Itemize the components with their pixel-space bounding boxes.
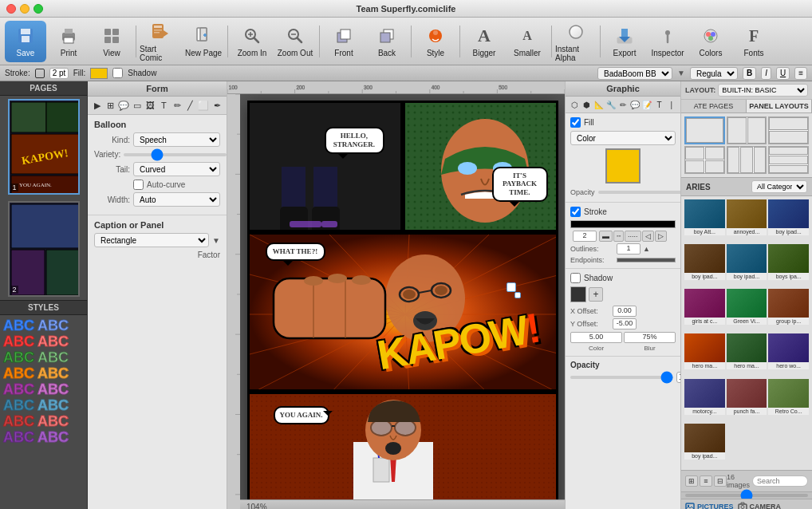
fill-type-select[interactable]: Color Gradient None [570, 131, 676, 145]
lib-image-extra[interactable]: boy ipad... [684, 424, 725, 460]
x-offset-input[interactable]: 0.00 [613, 306, 637, 317]
layout-1[interactable] [684, 116, 725, 144]
style-abc-8[interactable]: ABC [37, 366, 69, 381]
page-thumb-1[interactable]: KAPOW! YOU AGAIN. 1 [8, 99, 80, 195]
style-abc-7[interactable]: ABC [3, 366, 34, 381]
style-button[interactable]: Style [415, 21, 456, 62]
insp-tool-4[interactable]: 🔧 [605, 98, 617, 111]
style-abc-14[interactable]: ABC [37, 414, 69, 428]
tab-panel-layouts[interactable]: PANEL LAYOUTS [747, 100, 812, 112]
kind-select[interactable]: Speech Thought Whisper Electronic [133, 132, 220, 147]
insp-tool-2[interactable]: ⬢ [581, 98, 592, 111]
font-name-select[interactable]: BadaBoom BB [597, 67, 672, 80]
lib-image-annoyed[interactable]: annoyed... [727, 199, 767, 235]
tool-caption-icon[interactable]: ▭ [131, 98, 144, 112]
insp-tool-3[interactable]: 📐 [593, 98, 604, 111]
inspector-button[interactable]: Inspector [647, 21, 688, 62]
maximize-button[interactable] [34, 4, 43, 14]
style-abc-6[interactable]: ABC [37, 350, 69, 365]
style-abc-12[interactable]: ABC [37, 398, 69, 412]
lib-image-retro[interactable]: Retro Co... [768, 379, 809, 415]
layout-5[interactable] [727, 146, 767, 174]
style-abc-4[interactable]: ABC [37, 334, 69, 349]
export-button[interactable]: Export [604, 21, 645, 62]
tool-image-icon[interactable]: 🖼 [144, 98, 157, 112]
insp-tool-6[interactable]: 💬 [629, 98, 641, 111]
tool-grid-icon[interactable]: ⊞ [104, 98, 117, 112]
stroke-solid-btn[interactable]: ▬ [599, 231, 613, 242]
lib-image-hero-ma1[interactable]: hero ma... [684, 333, 725, 369]
insp-tool-9[interactable]: | [666, 98, 677, 111]
lib-image-motorcy[interactable]: motorcy... [684, 379, 725, 415]
italic-button[interactable]: I [761, 67, 771, 80]
stroke-dotted-btn[interactable]: ····· [625, 231, 641, 242]
instant-alpha-button[interactable]: Instant Alpha [555, 21, 597, 62]
insp-tool-1[interactable]: ⬡ [569, 98, 580, 111]
grid-view-button[interactable]: ⊞ [685, 475, 698, 487]
tail-select[interactable]: Curved Straight None [133, 162, 220, 176]
layout-6[interactable] [768, 146, 809, 174]
lib-image-green[interactable]: Green Vi... [727, 289, 767, 325]
lib-image-boys-ipa[interactable]: boys ipa... [768, 244, 809, 280]
layout-select[interactable]: BUILT-IN: BASIC BUILT-IN: ADVANCED [718, 84, 808, 97]
fill-color-swatch-large[interactable] [605, 148, 641, 183]
fill-color-swatch[interactable] [90, 68, 108, 79]
back-button[interactable]: Back [366, 21, 408, 62]
tool-shape-icon[interactable]: ⬜ [198, 98, 211, 112]
style-abc-2[interactable]: ABC [37, 318, 69, 333]
variety-slider[interactable] [124, 153, 227, 156]
autocurve-checkbox[interactable] [133, 180, 144, 190]
smaller-button[interactable]: A Smaller [507, 21, 548, 62]
close-button[interactable] [6, 4, 16, 14]
list-view-button[interactable]: ≡ [700, 475, 712, 487]
style-abc-3[interactable]: ABC [3, 334, 34, 349]
bold-button[interactable]: B [743, 67, 756, 80]
style-abc-15[interactable]: ABC [3, 430, 34, 444]
opacity-slider-control[interactable] [570, 376, 673, 379]
layout-2[interactable] [727, 116, 767, 144]
tool-text-icon[interactable]: T [158, 98, 171, 112]
pictures-source-button[interactable]: PICTURES [685, 502, 734, 509]
layout-3[interactable] [768, 116, 809, 144]
bigger-button[interactable]: A Bigger [463, 21, 505, 62]
tool-pen-icon[interactable]: ✒ [211, 98, 223, 112]
tool-balloon-icon[interactable]: 💬 [117, 98, 130, 112]
view-button[interactable]: View [91, 21, 132, 62]
shadow-checkbox[interactable] [112, 68, 123, 78]
style-abc-16[interactable]: ABC [37, 430, 69, 444]
style-abc-5[interactable]: ABC [3, 350, 34, 365]
shadow-blur-input[interactable]: 75% [624, 332, 676, 343]
lib-image-boy-att[interactable]: boy Att... [684, 199, 725, 235]
y-offset-input[interactable]: -5.00 [613, 318, 637, 329]
print-button[interactable]: Print [48, 21, 89, 62]
tool-select-icon[interactable]: ▶ [91, 98, 104, 112]
fonts-button[interactable]: F Fonts [733, 21, 775, 62]
lib-image-hero-ma2[interactable]: hero ma... [727, 333, 767, 369]
stroke-section-checkbox[interactable] [570, 207, 581, 217]
panel-top-left[interactable]: HELLO, STRANGER. [247, 101, 403, 232]
library-zoom-slider[interactable] [685, 494, 808, 497]
stroke-width-mini[interactable]: 2 [573, 231, 597, 242]
insp-tool-5[interactable]: ✏ [617, 98, 629, 111]
lib-image-boy-ipad2[interactable]: boy ipad... [684, 244, 725, 280]
insp-tool-8[interactable]: T [654, 98, 665, 111]
caption-expand[interactable]: ▼ [212, 236, 220, 245]
library-search-input[interactable] [752, 475, 808, 487]
shadow-size-input[interactable]: 5.00 [570, 332, 622, 343]
panel-top-right[interactable]: IT'S PAYBACK TIME. [403, 101, 558, 232]
colors-button[interactable]: Colors [690, 21, 731, 62]
save-button[interactable]: Save [5, 21, 46, 62]
lib-image-girls[interactable]: girls at c... [684, 289, 725, 325]
outlines-input[interactable]: 1 [617, 243, 641, 254]
minimize-button[interactable] [20, 4, 30, 14]
start-comic-button[interactable]: Start Comic [140, 21, 181, 62]
stroke-arrow-btn[interactable]: ▷ [655, 231, 667, 242]
insp-tool-7[interactable]: 📝 [641, 98, 652, 111]
stroke-none-btn[interactable]: ◁ [642, 231, 654, 242]
new-page-button[interactable]: New Page [183, 21, 224, 62]
stroke-dashed-btn[interactable]: ╌ [613, 231, 624, 242]
shadow-section-checkbox[interactable] [570, 273, 581, 283]
large-view-button[interactable]: ⊟ [714, 475, 727, 487]
lib-image-boy-ipad3[interactable]: boy ipad... [727, 244, 767, 280]
front-button[interactable]: Front [323, 21, 365, 62]
